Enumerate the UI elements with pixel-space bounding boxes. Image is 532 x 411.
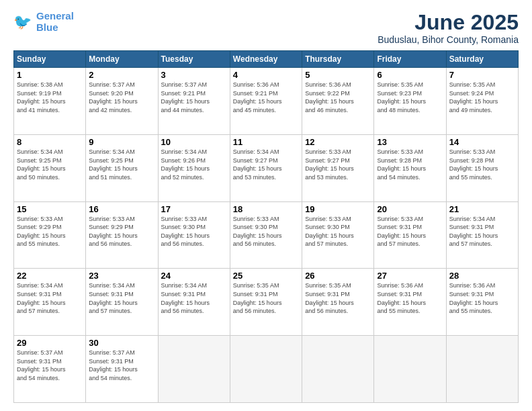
calendar-table: Sunday Monday Tuesday Wednesday Thursday… xyxy=(13,50,519,403)
day-info: Sunrise: 5:36 AMSunset: 9:22 PMDaylight:… xyxy=(305,81,371,114)
day-info: Sunrise: 5:34 AMSunset: 9:31 PMDaylight:… xyxy=(449,215,515,248)
table-row: 18Sunrise: 5:33 AMSunset: 9:30 PMDayligh… xyxy=(230,201,302,269)
day-number: 18 xyxy=(233,204,299,214)
table-row: 21Sunrise: 5:34 AMSunset: 9:31 PMDayligh… xyxy=(446,201,518,269)
day-number: 20 xyxy=(377,204,443,214)
table-row: 9Sunrise: 5:34 AMSunset: 9:25 PMDaylight… xyxy=(86,134,158,201)
table-row xyxy=(446,336,518,403)
table-row: 3Sunrise: 5:37 AMSunset: 9:21 PMDaylight… xyxy=(158,68,230,135)
day-number: 24 xyxy=(161,271,227,281)
day-number: 4 xyxy=(233,70,299,80)
day-number: 27 xyxy=(377,271,443,281)
day-info: Sunrise: 5:33 AMSunset: 9:27 PMDaylight:… xyxy=(305,148,371,181)
day-number: 19 xyxy=(305,204,371,214)
day-number: 9 xyxy=(89,137,154,147)
logo-general: General xyxy=(36,10,74,21)
title-block: June 2025 Buduslau, Bihor County, Romani… xyxy=(378,11,519,45)
calendar-week-5: 29Sunrise: 5:37 AMSunset: 9:31 PMDayligh… xyxy=(14,336,519,403)
day-info: Sunrise: 5:33 AMSunset: 9:31 PMDaylight:… xyxy=(377,215,443,248)
day-number: 30 xyxy=(89,338,154,348)
table-row xyxy=(158,336,230,403)
calendar-week-4: 22Sunrise: 5:34 AMSunset: 9:31 PMDayligh… xyxy=(14,269,519,336)
day-number: 11 xyxy=(233,137,299,147)
day-info: Sunrise: 5:36 AMSunset: 9:31 PMDaylight:… xyxy=(449,281,515,315)
day-number: 22 xyxy=(17,271,83,281)
day-info: Sunrise: 5:34 AMSunset: 9:25 PMDaylight:… xyxy=(17,148,83,181)
table-row: 23Sunrise: 5:34 AMSunset: 9:31 PMDayligh… xyxy=(86,269,158,336)
table-row: 17Sunrise: 5:33 AMSunset: 9:30 PMDayligh… xyxy=(158,201,230,269)
table-row: 30Sunrise: 5:37 AMSunset: 9:31 PMDayligh… xyxy=(86,336,158,403)
day-info: Sunrise: 5:33 AMSunset: 9:30 PMDaylight:… xyxy=(305,215,371,248)
day-info: Sunrise: 5:38 AMSunset: 9:19 PMDaylight:… xyxy=(17,81,83,114)
table-row: 28Sunrise: 5:36 AMSunset: 9:31 PMDayligh… xyxy=(446,269,518,336)
day-number: 16 xyxy=(89,204,154,214)
day-number: 13 xyxy=(377,137,443,147)
day-number: 1 xyxy=(17,70,83,80)
day-info: Sunrise: 5:35 AMSunset: 9:31 PMDaylight:… xyxy=(305,281,371,315)
header-tuesday: Tuesday xyxy=(158,51,230,68)
table-row: 8Sunrise: 5:34 AMSunset: 9:25 PMDaylight… xyxy=(14,134,86,201)
table-row: 11Sunrise: 5:34 AMSunset: 9:27 PMDayligh… xyxy=(230,134,302,201)
table-row: 2Sunrise: 5:37 AMSunset: 9:20 PMDaylight… xyxy=(86,68,158,135)
day-info: Sunrise: 5:37 AMSunset: 9:31 PMDaylight:… xyxy=(89,349,154,382)
header-thursday: Thursday xyxy=(302,51,374,68)
table-row: 14Sunrise: 5:33 AMSunset: 9:28 PMDayligh… xyxy=(446,134,518,201)
day-info: Sunrise: 5:34 AMSunset: 9:31 PMDaylight:… xyxy=(89,281,154,315)
month-title: June 2025 xyxy=(378,11,519,34)
logo-text: General Blue xyxy=(36,11,74,33)
day-info: Sunrise: 5:35 AMSunset: 9:31 PMDaylight:… xyxy=(233,281,299,315)
svg-text:🐦: 🐦 xyxy=(13,13,32,31)
logo-icon: 🐦 xyxy=(13,12,34,32)
table-row: 27Sunrise: 5:36 AMSunset: 9:31 PMDayligh… xyxy=(374,269,446,336)
day-info: Sunrise: 5:35 AMSunset: 9:24 PMDaylight:… xyxy=(449,81,515,114)
day-number: 10 xyxy=(161,137,227,147)
header-monday: Monday xyxy=(86,51,158,68)
table-row: 6Sunrise: 5:35 AMSunset: 9:23 PMDaylight… xyxy=(374,68,446,135)
day-number: 3 xyxy=(161,70,227,80)
day-info: Sunrise: 5:33 AMSunset: 9:30 PMDaylight:… xyxy=(233,215,299,248)
day-info: Sunrise: 5:33 AMSunset: 9:28 PMDaylight:… xyxy=(377,148,443,181)
table-row: 19Sunrise: 5:33 AMSunset: 9:30 PMDayligh… xyxy=(302,201,374,269)
table-row xyxy=(374,336,446,403)
day-info: Sunrise: 5:33 AMSunset: 9:30 PMDaylight:… xyxy=(161,215,227,248)
day-info: Sunrise: 5:37 AMSunset: 9:31 PMDaylight:… xyxy=(17,349,83,382)
day-number: 12 xyxy=(305,137,371,147)
table-row: 22Sunrise: 5:34 AMSunset: 9:31 PMDayligh… xyxy=(14,269,86,336)
logo-blue: Blue xyxy=(36,21,58,33)
table-row: 5Sunrise: 5:36 AMSunset: 9:22 PMDaylight… xyxy=(302,68,374,135)
table-row xyxy=(230,336,302,403)
day-info: Sunrise: 5:37 AMSunset: 9:21 PMDaylight:… xyxy=(161,81,227,114)
header-sunday: Sunday xyxy=(14,51,86,68)
header: 🐦 General Blue June 2025 Buduslau, Bihor… xyxy=(13,11,519,45)
table-row: 10Sunrise: 5:34 AMSunset: 9:26 PMDayligh… xyxy=(158,134,230,201)
table-row: 4Sunrise: 5:36 AMSunset: 9:21 PMDaylight… xyxy=(230,68,302,135)
header-friday: Friday xyxy=(374,51,446,68)
day-number: 21 xyxy=(449,204,515,214)
header-wednesday: Wednesday xyxy=(230,51,302,68)
day-info: Sunrise: 5:33 AMSunset: 9:29 PMDaylight:… xyxy=(17,215,83,248)
page: 🐦 General Blue June 2025 Buduslau, Bihor… xyxy=(0,0,532,411)
table-row: 7Sunrise: 5:35 AMSunset: 9:24 PMDaylight… xyxy=(446,68,518,135)
day-number: 28 xyxy=(449,271,515,281)
calendar-week-1: 1Sunrise: 5:38 AMSunset: 9:19 PMDaylight… xyxy=(14,68,519,135)
day-info: Sunrise: 5:34 AMSunset: 9:26 PMDaylight:… xyxy=(161,148,227,181)
day-number: 14 xyxy=(449,137,515,147)
day-info: Sunrise: 5:33 AMSunset: 9:28 PMDaylight:… xyxy=(449,148,515,181)
day-number: 17 xyxy=(161,204,227,214)
day-number: 8 xyxy=(17,137,83,147)
table-row: 12Sunrise: 5:33 AMSunset: 9:27 PMDayligh… xyxy=(302,134,374,201)
calendar-header-row: Sunday Monday Tuesday Wednesday Thursday… xyxy=(14,51,519,68)
header-saturday: Saturday xyxy=(446,51,518,68)
table-row: 1Sunrise: 5:38 AMSunset: 9:19 PMDaylight… xyxy=(14,68,86,135)
day-number: 23 xyxy=(89,271,154,281)
day-info: Sunrise: 5:34 AMSunset: 9:31 PMDaylight:… xyxy=(161,281,227,315)
location-title: Buduslau, Bihor County, Romania xyxy=(378,34,519,45)
day-number: 25 xyxy=(233,271,299,281)
table-row: 20Sunrise: 5:33 AMSunset: 9:31 PMDayligh… xyxy=(374,201,446,269)
day-info: Sunrise: 5:36 AMSunset: 9:31 PMDaylight:… xyxy=(377,281,443,315)
day-number: 2 xyxy=(89,70,154,80)
day-info: Sunrise: 5:36 AMSunset: 9:21 PMDaylight:… xyxy=(233,81,299,114)
table-row: 16Sunrise: 5:33 AMSunset: 9:29 PMDayligh… xyxy=(86,201,158,269)
day-info: Sunrise: 5:33 AMSunset: 9:29 PMDaylight:… xyxy=(89,215,154,248)
table-row: 25Sunrise: 5:35 AMSunset: 9:31 PMDayligh… xyxy=(230,269,302,336)
